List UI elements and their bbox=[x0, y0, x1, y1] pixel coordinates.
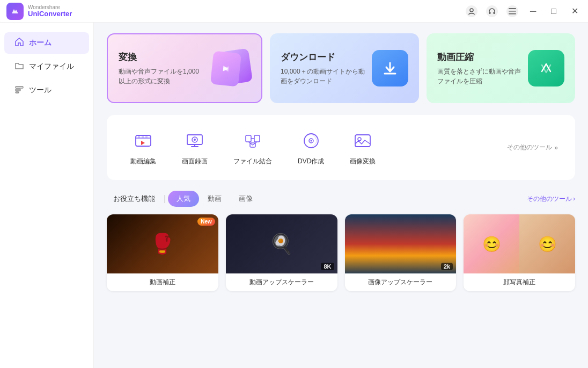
tools-section: 動画編集 画面録画 bbox=[107, 115, 575, 180]
screen-rec-icon bbox=[183, 129, 207, 153]
food-thumbnail bbox=[226, 214, 337, 273]
tab-popular[interactable]: 人気 bbox=[168, 191, 199, 207]
svg-rect-9 bbox=[16, 92, 19, 93]
dvd-icon bbox=[299, 129, 323, 153]
headset-icon[interactable] bbox=[486, 5, 498, 17]
tools-more-button[interactable]: その他のツール » bbox=[501, 139, 564, 156]
sidebar-myfiles-label: マイファイル bbox=[29, 62, 74, 71]
compress-card-text: 動画圧縮 画質を落とさずに動画や音声ファイルを圧縮 bbox=[437, 51, 523, 86]
svg-point-27 bbox=[358, 138, 361, 141]
svg-rect-14 bbox=[145, 135, 148, 138]
convert-desc: 動画や音声ファイルを1,000以上の形式に変換 bbox=[119, 67, 204, 86]
video-upscaler-label: 動画アップスケーラー bbox=[226, 273, 337, 291]
face-fix-label: 顔写真補正 bbox=[464, 273, 575, 291]
tab-image[interactable]: 画像 bbox=[230, 191, 261, 207]
home-icon bbox=[15, 38, 24, 48]
svg-point-25 bbox=[310, 140, 312, 142]
minimize-button[interactable]: ─ bbox=[527, 5, 539, 17]
dvd-label: DVD作成 bbox=[298, 157, 324, 166]
tool-file-merge[interactable]: ファイル結合 bbox=[220, 124, 285, 171]
video-edit-label: 動画編集 bbox=[130, 157, 156, 166]
titlebar: Wondershare UniConverter ─ □ ✕ bbox=[0, 0, 588, 23]
svg-point-19 bbox=[194, 139, 196, 141]
download-card[interactable]: ダウンロード 10,000＋の動画サイトから動画をダウンロード bbox=[270, 33, 419, 103]
svg-rect-4 bbox=[509, 8, 516, 9]
svg-rect-6 bbox=[509, 13, 516, 15]
svg-rect-26 bbox=[355, 135, 370, 147]
titlebar-left: Wondershare UniConverter bbox=[6, 3, 72, 20]
section-more-button[interactable]: その他のツール › bbox=[527, 194, 575, 204]
svg-rect-2 bbox=[489, 12, 490, 14]
tool-screen-rec[interactable]: 画面録画 bbox=[169, 124, 220, 171]
sidebar-tools-label: ツール bbox=[29, 85, 52, 95]
2k-badge: 2k bbox=[441, 263, 453, 270]
card-face-fix[interactable]: 😊 😊 顔写真補正 bbox=[464, 214, 575, 291]
sidebar-item-tools[interactable]: ツール bbox=[4, 80, 89, 101]
download-desc: 10,000＋の動画サイトから動画をダウンロード bbox=[281, 67, 366, 86]
landscape-thumbnail bbox=[345, 214, 457, 273]
sidebar-item-home[interactable]: ホーム bbox=[4, 32, 89, 54]
tool-dvd[interactable]: DVD作成 bbox=[285, 124, 337, 171]
card-img-upscaler[interactable]: 2k 画像アップスケーラー bbox=[345, 214, 457, 291]
menu-icon[interactable] bbox=[506, 5, 518, 17]
chevron-right-icon: » bbox=[554, 144, 558, 151]
sidebar-home-label: ホーム bbox=[29, 38, 52, 48]
section-label: お役立ち機能 bbox=[107, 191, 161, 207]
portrait-right: 😊 bbox=[519, 214, 575, 273]
tab-video[interactable]: 動画 bbox=[199, 191, 230, 207]
img-upscaler-label: 画像アップスケーラー bbox=[345, 273, 457, 291]
portrait-left: 😊 bbox=[464, 214, 519, 273]
portrait-thumbnail: 😊 😊 bbox=[464, 214, 575, 273]
new-badge: New bbox=[197, 218, 215, 226]
svg-rect-3 bbox=[493, 12, 495, 14]
content-area: 変換 動画や音声ファイルを1,000以上の形式に変換 ダウンロード bbox=[94, 23, 588, 368]
screen-rec-label: 画面録画 bbox=[182, 157, 208, 166]
file-merge-label: ファイル結合 bbox=[233, 157, 272, 166]
popular-section: お役立ち機能 | 人気 動画 画像 その他のツール › New 動画補正 bbox=[107, 191, 575, 291]
download-icon bbox=[372, 50, 408, 86]
sidebar: ホーム マイファイル ツール bbox=[0, 23, 94, 368]
video-fix-label: 動画補正 bbox=[107, 273, 218, 291]
file-merge-icon bbox=[241, 129, 264, 153]
card-video-upscaler[interactable]: 8K 動画アップスケーラー bbox=[226, 214, 337, 291]
compress-card[interactable]: 動画圧縮 画質を落とさずに動画や音声ファイルを圧縮 bbox=[427, 33, 576, 103]
svg-point-1 bbox=[470, 9, 473, 12]
tools-icon bbox=[15, 85, 24, 96]
compress-icon bbox=[528, 50, 564, 86]
main-layout: ホーム マイファイル ツール 変換 動画や音声ファイルを1,000以上の形式に変… bbox=[0, 23, 588, 368]
convert-card-text: 変換 動画や音声ファイルを1,000以上の形式に変換 bbox=[119, 51, 204, 86]
download-card-text: ダウンロード 10,000＋の動画サイトから動画をダウンロード bbox=[281, 51, 366, 86]
folder-icon bbox=[15, 61, 24, 72]
card-face-fix-image: 😊 😊 bbox=[464, 214, 575, 273]
8k-badge: 8K bbox=[321, 263, 334, 270]
user-icon[interactable] bbox=[466, 5, 477, 17]
img-convert-label: 画像変換 bbox=[350, 157, 376, 166]
tool-img-convert[interactable]: 画像変換 bbox=[337, 124, 388, 171]
tool-cards-grid: New 動画補正 8K 動画アップスケーラー 2k bbox=[107, 214, 575, 291]
svg-rect-7 bbox=[16, 86, 23, 88]
more-tools-label: その他のツール bbox=[527, 194, 572, 204]
brand-bottom: UniConverter bbox=[28, 10, 72, 18]
card-video-fix[interactable]: New 動画補正 bbox=[107, 214, 218, 291]
convert-card[interactable]: 変換 動画や音声ファイルを1,000以上の形式に変換 bbox=[107, 33, 262, 103]
app-name: Wondershare UniConverter bbox=[28, 4, 72, 18]
sidebar-item-myfiles[interactable]: マイファイル bbox=[4, 56, 89, 77]
convert-title: 変換 bbox=[119, 51, 204, 63]
tools-more-label: その他のツール bbox=[507, 143, 552, 152]
maximize-button[interactable]: □ bbox=[548, 5, 560, 17]
svg-rect-20 bbox=[246, 135, 251, 142]
tool-video-edit[interactable]: 動画編集 bbox=[117, 124, 169, 171]
compress-desc: 画質を落とさずに動画や音声ファイルを圧縮 bbox=[437, 67, 523, 86]
close-button[interactable]: ✕ bbox=[568, 5, 582, 17]
svg-rect-8 bbox=[16, 89, 20, 91]
svg-rect-5 bbox=[509, 11, 516, 12]
svg-rect-21 bbox=[254, 135, 260, 142]
titlebar-right: ─ □ ✕ bbox=[466, 5, 582, 17]
arrow-right-icon: › bbox=[573, 195, 575, 203]
img-convert-icon bbox=[351, 129, 374, 153]
download-title: ダウンロード bbox=[281, 51, 366, 63]
card-video-fix-image: New bbox=[107, 214, 218, 273]
app-logo bbox=[6, 3, 24, 20]
compress-title: 動画圧縮 bbox=[437, 51, 523, 63]
feature-cards: 変換 動画や音声ファイルを1,000以上の形式に変換 ダウンロード bbox=[107, 33, 575, 103]
